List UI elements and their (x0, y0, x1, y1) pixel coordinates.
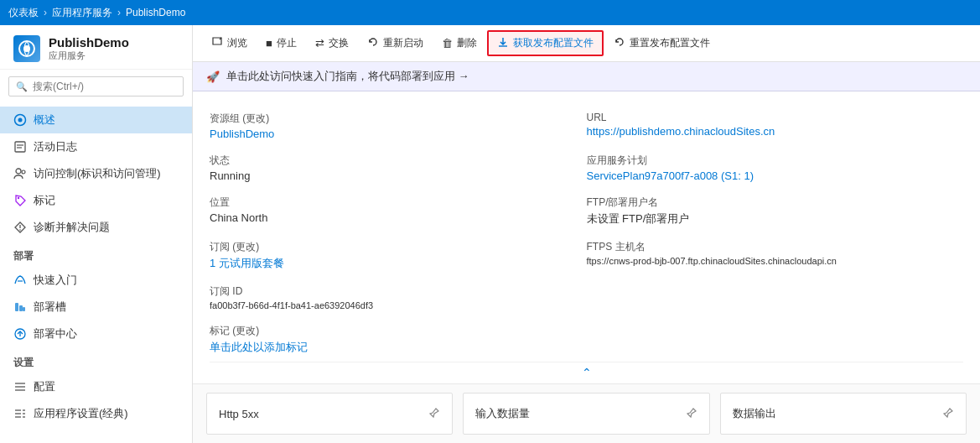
svg-rect-14 (19, 305, 23, 311)
sidebar-item-diagnose[interactable]: 诊断并解决问题 (0, 214, 192, 241)
location-label: 位置 (210, 195, 573, 210)
resource-group-link[interactable]: PublishDemo (210, 128, 274, 140)
tags-label: 标记 (更改) (210, 324, 573, 338)
banner-text: 单击此处访问快速入门指南，将代码部署到应用 → (226, 69, 469, 84)
svg-rect-13 (15, 303, 18, 311)
sidebar-item-activity-log[interactable]: 活动日志 (0, 133, 192, 160)
delete-icon: 🗑 (442, 37, 453, 50)
sidebar-nav: 概述 活动日志 (0, 103, 192, 443)
sidebar-item-app-settings[interactable]: 应用程序设置(经典) (0, 400, 192, 427)
card-data-in-pin[interactable] (686, 407, 697, 421)
get-publish-profile-label: 获取发布配置文件 (513, 36, 594, 50)
sidebar-item-quickstart-label: 快速入门 (34, 273, 77, 288)
info-tags: 标记 (更改) 单击此处以添加标记 (210, 317, 587, 362)
service-plan-label: 应用服务计划 (587, 154, 951, 168)
subscription-id-label: 订阅 ID (210, 284, 573, 299)
section-settings-label: 设置 (0, 347, 192, 373)
card-http5xx: Http 5xx (206, 393, 453, 435)
ftp-user-value: 未设置 FTP/部署用户 (587, 211, 951, 227)
tags-change[interactable]: 更改 (236, 325, 256, 336)
svg-point-8 (22, 170, 25, 174)
info-url: URL https://publishdemo.chinacloudSites.… (587, 105, 964, 147)
main-container: PublishDemo 应用服务 🔍 概述 (0, 25, 980, 443)
activity-log-icon (13, 140, 27, 154)
rocket-icon: 🚀 (206, 70, 220, 83)
sidebar-item-tags[interactable]: 标记 (0, 187, 192, 214)
breadcrumb-sep-1: › (44, 7, 47, 18)
svg-point-9 (18, 197, 19, 199)
restart-button[interactable]: 重新启动 (359, 32, 432, 55)
subscription-link[interactable]: 1 元试用版套餐 (210, 257, 284, 269)
breadcrumb-app-service[interactable]: 应用程序服务 (52, 6, 112, 20)
sidebar-app-type: 应用服务 (49, 50, 129, 62)
sidebar-item-app-settings-label: 应用程序设置(经典) (34, 406, 128, 421)
sidebar-item-config[interactable]: 配置 (0, 373, 192, 400)
cards-row: Http 5xx 输入数据量 数据输出 (193, 383, 980, 443)
sidebar-header: PublishDemo 应用服务 (0, 25, 192, 70)
info-empty-right (587, 278, 964, 317)
card-data-in-title: 输入数据量 (475, 406, 530, 421)
sidebar-search-box[interactable]: 🔍 (8, 76, 184, 96)
delete-label: 删除 (457, 36, 477, 50)
toolbar: 浏览 ■ 停止 ⇄ 交换 重新启动 🗑 删 (193, 25, 980, 62)
info-ftps-host: FTPS 主机名 ftps://cnws-prod-bjb-007.ftp.ch… (587, 233, 964, 278)
sidebar-item-overview-label: 概述 (34, 112, 55, 128)
overview-icon (13, 113, 27, 127)
card-http5xx-pin[interactable] (428, 407, 440, 421)
subscription-label: 订阅 (更改) (210, 240, 573, 254)
card-data-in: 输入数据量 (463, 393, 709, 435)
info-ftp-user: FTP/部署用户名 未设置 FTP/部署用户 (587, 189, 964, 233)
browse-label: 浏览 (227, 36, 247, 50)
resource-group-value: PublishDemo (210, 128, 573, 140)
sidebar-item-iam-label: 访问控制(标识和访问管理) (34, 166, 161, 181)
breadcrumb: 仪表板 › 应用程序服务 › PublishDemo (8, 6, 185, 20)
url-link[interactable]: https://publishdemo.chinacloudSites.cn (587, 125, 775, 138)
sidebar-item-overview[interactable]: 概述 (0, 107, 192, 133)
browse-button[interactable]: 浏览 (203, 32, 256, 55)
sidebar-item-quickstart[interactable]: 快速入门 (0, 267, 192, 294)
breadcrumb-sep-2: › (117, 7, 121, 18)
swap-icon: ⇄ (315, 37, 324, 50)
sidebar-app-name: PublishDemo (49, 35, 129, 50)
collapse-section[interactable]: ⌃ (210, 362, 963, 383)
resource-group-change[interactable]: 更改 (246, 112, 266, 124)
app-settings-icon (13, 407, 27, 420)
swap-label: 交换 (329, 36, 349, 50)
breadcrumb-home[interactable]: 仪表板 (8, 6, 39, 20)
svg-point-11 (19, 229, 21, 231)
search-input[interactable] (33, 81, 176, 92)
tags-link[interactable]: 单击此处以添加标记 (210, 341, 308, 353)
card-data-out-pin[interactable] (942, 407, 954, 421)
deploy-center-icon (13, 327, 27, 341)
slots-icon (13, 300, 27, 314)
status-label: 状态 (210, 154, 573, 168)
svg-point-7 (16, 169, 21, 174)
content-area: 浏览 ■ 停止 ⇄ 交换 重新启动 🗑 删 (193, 25, 980, 443)
get-publish-profile-button[interactable]: 获取发布配置文件 (487, 30, 604, 56)
info-location: 位置 China North (210, 189, 587, 233)
swap-button[interactable]: ⇄ 交换 (307, 32, 357, 55)
quickstart-banner[interactable]: 🚀 单击此处访问快速入门指南，将代码部署到应用 → (193, 62, 980, 91)
service-plan-link[interactable]: ServicePlan97a700f7-a008 (S1: 1) (587, 169, 754, 182)
info-empty-right2 (587, 317, 964, 362)
tags-icon (13, 194, 27, 207)
stop-label: 停止 (277, 36, 297, 50)
stop-button[interactable]: ■ 停止 (257, 32, 305, 55)
delete-button[interactable]: 🗑 删除 (433, 32, 485, 55)
ftps-host-label: FTPS 主机名 (587, 240, 951, 254)
info-subscription-id: 订阅 ID fa00b3f7-b66d-4f1f-ba41-ae6392046d… (210, 278, 587, 317)
svg-rect-15 (23, 307, 25, 311)
sidebar-item-slots[interactable]: 部署槽 (0, 294, 192, 321)
sidebar-item-iam[interactable]: 访问控制(标识和访问管理) (0, 160, 192, 187)
resource-group-label: 资源组 (更改) (210, 112, 573, 126)
subscription-id-value: fa00b3f7-b66d-4f1f-ba41-ae6392046df3 (210, 300, 573, 310)
ftps-host-value: ftps://cnws-prod-bjb-007.ftp.chinacloudS… (587, 256, 951, 266)
reset-publish-profile-button[interactable]: 重置发布配置文件 (605, 32, 718, 55)
stop-icon: ■ (266, 37, 272, 50)
subscription-change[interactable]: 更改 (236, 241, 256, 253)
location-value: China North (210, 211, 573, 224)
subscription-value: 1 元试用版套餐 (210, 256, 573, 271)
svg-point-3 (18, 118, 23, 122)
sidebar-item-deploy-center[interactable]: 部署中心 (0, 321, 192, 347)
url-value: https://publishdemo.chinacloudSites.cn (587, 125, 951, 138)
